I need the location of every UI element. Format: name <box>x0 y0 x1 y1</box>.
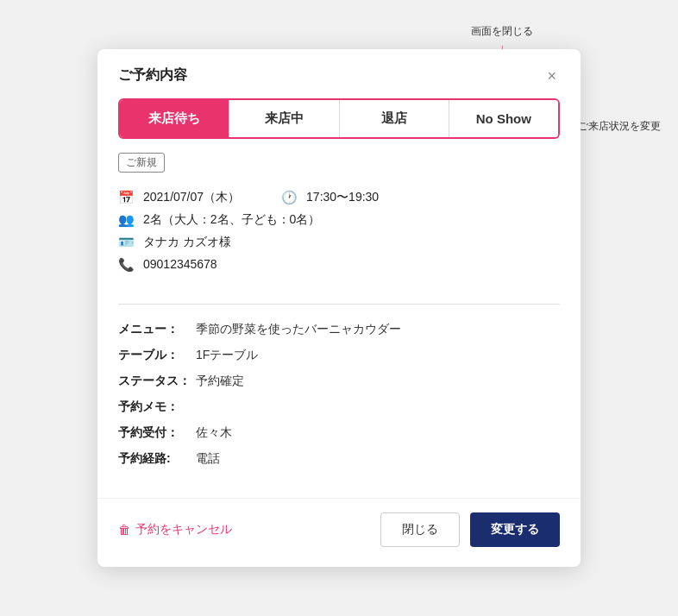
detail-menu-label: メニュー： <box>118 322 196 337</box>
clock-icon: 🕐 <box>281 190 298 205</box>
info-guests: 2名（大人：2名、子ども：0名） <box>143 212 320 228</box>
detail-route-label: 予約経路: <box>118 451 196 467</box>
tab-visiting[interactable]: 来店中 <box>229 100 339 137</box>
cancel-reservation-button[interactable]: 🗑 予約をキャンセル <box>118 522 232 537</box>
modal-footer: 🗑 予約をキャンセル 閉じる 変更する <box>97 498 581 561</box>
status-tabs: 来店待ち 来店中 退店 No Show <box>118 98 560 139</box>
detail-table-row: テーブル： 1Fテーブル <box>118 348 560 363</box>
detail-reception-value: 佐々木 <box>196 425 560 441</box>
guests-icon: 👥 <box>118 212 135 228</box>
detail-status-row: ステータス： 予約確定 <box>118 374 560 389</box>
new-badge: ご新規 <box>118 153 165 173</box>
detail-menu-value: 季節の野菜を使ったバーニャカウダー <box>196 322 560 337</box>
detail-memo-label: 予約メモ： <box>118 399 196 415</box>
info-date-row: 📅 2021/07/07（木） <box>118 190 240 205</box>
info-guests-row: 👥 2名（大人：2名、子ども：0名） <box>118 212 560 228</box>
detail-status-value: 予約確定 <box>196 374 560 389</box>
detail-route-value: 電話 <box>196 451 560 467</box>
info-name: タナカ カズオ様 <box>143 235 231 250</box>
detail-reception-row: 予約受付： 佐々木 <box>118 425 560 441</box>
info-date: 2021/07/07（木） <box>143 190 240 205</box>
info-time: 17:30〜19:30 <box>306 190 379 205</box>
cancel-label: 予約をキャンセル <box>135 522 232 537</box>
modal-title: ご予約内容 <box>118 66 187 85</box>
modal-header: ご予約内容 × <box>97 49 581 98</box>
tab-waiting[interactable]: 来店待ち <box>120 100 229 137</box>
info-time-row: 🕐 17:30〜19:30 <box>281 190 379 205</box>
info-row-date-time: 📅 2021/07/07（木） 🕐 17:30〜19:30 <box>118 190 560 205</box>
divider <box>118 304 560 305</box>
phone-icon: 📞 <box>118 257 135 273</box>
detail-status-label: ステータス： <box>118 374 196 389</box>
annotation-close-label: 画面を閉じる <box>471 25 533 37</box>
detail-section: メニュー： 季節の野菜を使ったバーニャカウダー テーブル： 1Fテーブル ステー… <box>97 315 581 491</box>
info-phone: 09012345678 <box>143 257 217 271</box>
info-phone-row: 📞 09012345678 <box>118 257 560 273</box>
trash-icon: 🗑 <box>118 523 130 537</box>
detail-table-label: テーブル： <box>118 348 196 363</box>
annotation-status-label: ご来店状況を変更 <box>578 119 661 134</box>
save-button[interactable]: 変更する <box>470 512 560 547</box>
detail-menu-row: メニュー： 季節の野菜を使ったバーニャカウダー <box>118 322 560 337</box>
detail-reception-label: 予約受付： <box>118 425 196 441</box>
new-badge-wrapper: ご新規 <box>97 153 581 183</box>
tab-left[interactable]: 退店 <box>340 100 449 137</box>
person-icon: 🪪 <box>118 235 135 250</box>
detail-memo-row: 予約メモ： <box>118 399 560 415</box>
footer-right: 閉じる 変更する <box>380 512 560 547</box>
detail-table-value: 1Fテーブル <box>196 348 560 363</box>
modal: ご予約内容 × 来店待ち 来店中 退店 No Show ご新規 📅 2021/0… <box>97 49 581 567</box>
calendar-icon: 📅 <box>118 190 135 205</box>
info-name-row: 🪪 タナカ カズオ様 <box>118 235 560 250</box>
close-modal-button[interactable]: 閉じる <box>380 512 460 547</box>
info-section: 📅 2021/07/07（木） 🕐 17:30〜19:30 👥 2名（大人：2名… <box>97 183 581 293</box>
detail-route-row: 予約経路: 電話 <box>118 451 560 467</box>
tab-noshow[interactable]: No Show <box>449 100 558 137</box>
close-button[interactable]: × <box>543 68 560 84</box>
